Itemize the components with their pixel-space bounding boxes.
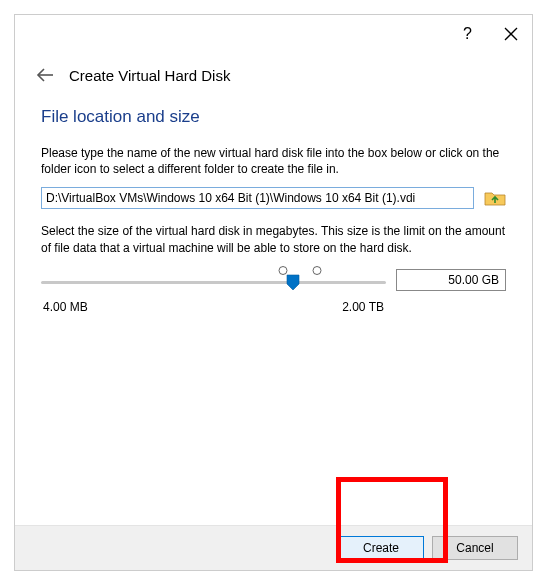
path-row	[41, 187, 506, 209]
help-icon[interactable]: ?	[463, 26, 472, 42]
slider-thumb[interactable]	[286, 274, 300, 291]
size-slider[interactable]	[41, 266, 386, 294]
dialog-title: Create Virtual Hard Disk	[69, 67, 230, 84]
back-arrow-icon[interactable]	[35, 65, 55, 85]
titlebar: ?	[15, 15, 532, 53]
dialog-content: File location and size Please type the n…	[15, 95, 532, 525]
slider-max-label: 2.00 TB	[342, 300, 384, 314]
slider-min-label: 4.00 MB	[43, 300, 88, 314]
size-slider-row: 50.00 GB	[41, 266, 506, 294]
location-description: Please type the name of the new virtual …	[41, 145, 506, 177]
section-title: File location and size	[41, 107, 506, 127]
size-value-box[interactable]: 50.00 GB	[396, 269, 506, 291]
cancel-button[interactable]: Cancel	[432, 536, 518, 560]
dialog-window: ? Create Virtual Hard Disk File location…	[14, 14, 533, 571]
size-description: Select the size of the virtual hard disk…	[41, 223, 506, 255]
browse-folder-icon[interactable]	[484, 188, 506, 208]
dialog-footer: Create Cancel	[15, 525, 532, 570]
create-button[interactable]: Create	[338, 536, 424, 560]
close-icon[interactable]	[504, 27, 518, 41]
dialog-header: Create Virtual Hard Disk	[15, 53, 532, 95]
slider-labels: 4.00 MB 2.00 TB	[41, 300, 386, 314]
file-path-input[interactable]	[41, 187, 474, 209]
